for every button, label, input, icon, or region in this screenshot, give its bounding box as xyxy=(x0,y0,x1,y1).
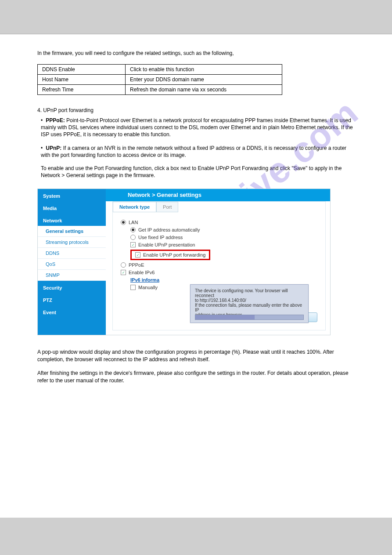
progress-popup: The device is configuring now. Your brow… xyxy=(190,284,309,323)
bottom-paragraphs: A pop-up window would display and show t… xyxy=(37,348,355,384)
bullet-title: UPnP: xyxy=(46,145,63,151)
bullet-text: To enable and use the Port Forwarding fu… xyxy=(41,165,342,178)
sidebar: System Media Network General settings St… xyxy=(38,189,106,335)
page-body: manualshive.com In the firmware, you wil… xyxy=(0,34,392,518)
cell-refresh-time-desc: Refresh the domain name via xx seconds xyxy=(126,85,282,95)
table-row: DDNS Enable Click to enable this functio… xyxy=(38,65,282,75)
table-row: Refresh Time Refresh the domain name via… xyxy=(38,85,282,95)
label-lan: LAN xyxy=(129,220,138,225)
config-table: DDNS Enable Click to enable this functio… xyxy=(37,64,282,95)
sidebar-item-network[interactable]: Network xyxy=(38,214,106,226)
table-row: Host Name Enter your DDNS domain name xyxy=(38,75,282,85)
radio-lan[interactable] xyxy=(121,220,126,225)
sidebar-item-system[interactable]: System xyxy=(38,189,106,201)
sidebar-item-event[interactable]: Event xyxy=(38,305,106,318)
popup-line: The device is configuring now. Your brow… xyxy=(195,288,304,298)
tabs: Network type Port xyxy=(113,202,178,212)
checkbox-ipv6[interactable] xyxy=(121,270,126,275)
label-upnp-presentation: Enable UPnP presentation xyxy=(138,242,195,247)
bullet-pppoe: • PPPoE: Point-to-Point Protocol over Et… xyxy=(41,117,355,138)
sidebar-sub-snmp[interactable]: SNMP xyxy=(38,270,106,281)
sidebar-item-ptz[interactable]: PTZ xyxy=(38,293,106,305)
radio-fixed-ip[interactable] xyxy=(130,235,136,240)
header-band xyxy=(0,0,392,34)
bullet-list: • PPPoE: Point-to-Point Protocol over Et… xyxy=(41,117,355,179)
bullet-text: Point-to-Point Protocol over Ethernet is… xyxy=(41,117,353,138)
sidebar-sub-ddns[interactable]: DDNS xyxy=(38,248,106,259)
link-ipv6-info[interactable]: IPv6 informa xyxy=(130,277,159,283)
sidebar-item-security[interactable]: Security xyxy=(38,281,106,293)
checkbox-manually[interactable] xyxy=(130,285,136,290)
bullet-enable-fwd: To enable and use the Port Forwarding fu… xyxy=(41,165,355,179)
bottom-p1: A pop-up window would display and show t… xyxy=(37,348,355,363)
label-pppoe: PPPoE xyxy=(129,262,144,268)
label-upnp-forwarding: Enable UPnP port forwarding xyxy=(143,252,205,258)
popup-line: If the connection fails, please manually… xyxy=(195,303,304,312)
cell-refresh-time: Refresh Time xyxy=(38,85,126,95)
progress-bar xyxy=(195,315,304,320)
sidebar-sub-general-settings[interactable]: General settings xyxy=(38,226,106,237)
checkbox-upnp-forwarding[interactable] xyxy=(135,252,140,258)
bullet-title: PPPoE: xyxy=(46,117,66,123)
sidebar-sub-streaming[interactable]: Streaming protocols xyxy=(38,237,106,248)
tab-network-type[interactable]: Network type xyxy=(113,202,156,212)
label-fixed-ip: Use fixed IP address xyxy=(138,235,183,240)
radio-auto-ip[interactable] xyxy=(130,227,136,232)
cell-host-name-desc: Enter your DDNS domain name xyxy=(126,75,282,85)
label-ipv6: Enable IPv6 xyxy=(129,270,155,275)
intro-text: In the firmware, you will need to config… xyxy=(37,50,355,56)
firmware-screenshot: System Media Network General settings St… xyxy=(37,189,331,335)
sidebar-item-media[interactable]: Media xyxy=(38,201,106,214)
content-panel: Network type Port LAN Get IP address aut… xyxy=(112,201,326,330)
cell-host-name: Host Name xyxy=(38,75,126,85)
checkbox-upnp-presentation[interactable] xyxy=(130,242,136,247)
popup-line: to http://192.168.4.140:80/ xyxy=(195,298,304,303)
radio-pppoe[interactable] xyxy=(121,262,126,268)
bullet-upnp: • UPnP: If a camera or an NVR is in the … xyxy=(41,145,355,159)
bottom-p2: After finishing the settings in the devi… xyxy=(37,370,355,385)
sidebar-sub-qos[interactable]: QoS xyxy=(38,259,106,270)
highlight-upnp-forwarding: Enable UPnP port forwarding xyxy=(130,250,210,260)
label-manually: Manually xyxy=(138,285,158,290)
tab-port[interactable]: Port xyxy=(156,202,178,212)
cell-ddns-enable: DDNS Enable xyxy=(38,65,126,75)
label-auto-ip: Get IP address automatically xyxy=(138,227,200,232)
page-title: Network > General settings xyxy=(106,189,330,201)
bullet-text: If a camera or an NVR is in the remote n… xyxy=(41,145,346,158)
cell-ddns-enable-desc: Click to enable this function xyxy=(126,65,282,75)
section-heading-upnp: 4. UPnP port forwarding xyxy=(37,107,355,113)
footer-band xyxy=(0,518,392,555)
